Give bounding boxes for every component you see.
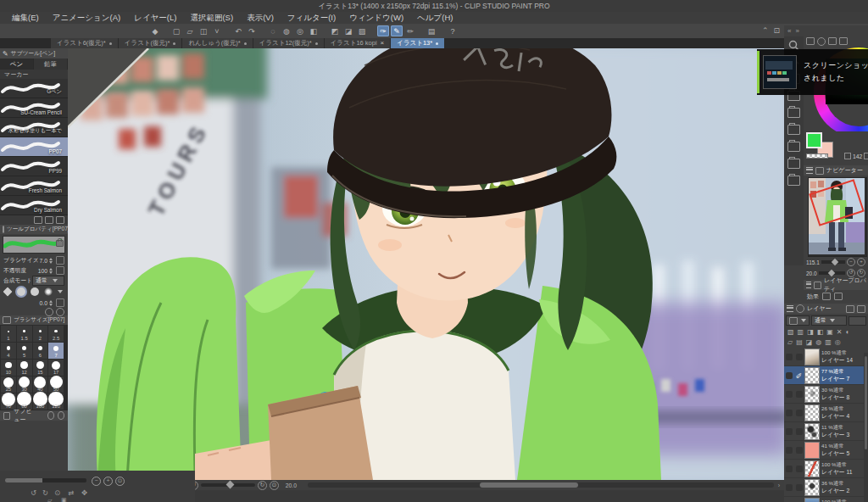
layer-filter-icon[interactable] bbox=[857, 305, 865, 313]
color-panel-icon[interactable] bbox=[787, 108, 800, 118]
scroll-right-arrow[interactable]: › bbox=[778, 482, 780, 488]
opacity-value[interactable]: 100 bbox=[38, 268, 47, 274]
toolbar-icon[interactable]: ◆ bbox=[149, 25, 161, 36]
layer-toolbar-icon[interactable]: ▥ bbox=[798, 328, 804, 337]
layer-toolbar-icon[interactable]: ▱ bbox=[787, 338, 793, 347]
color-register-icon[interactable] bbox=[864, 153, 868, 159]
layer-thumbnail[interactable] bbox=[804, 423, 820, 440]
menu-item[interactable]: ウィンドウ(W) bbox=[342, 12, 410, 24]
brush-size-cell[interactable]: 12 bbox=[17, 360, 32, 376]
brush-size-value[interactable]: 7.0 bbox=[40, 258, 47, 264]
main-color-swatch[interactable] bbox=[806, 132, 822, 148]
panel-menu-icon[interactable] bbox=[806, 167, 813, 174]
document-tab[interactable]: イラスト(復元)* × bbox=[119, 38, 182, 48]
color-wheel-tab-icon[interactable] bbox=[806, 37, 815, 45]
layer-row[interactable]: ✎ 41 %通常 レイヤー 5 bbox=[784, 441, 868, 460]
layer-lock-cell[interactable]: ✎ bbox=[794, 447, 804, 454]
subtool-panel-header[interactable]: ✎ サブツール[ペン] bbox=[0, 48, 68, 59]
reset-rotation-icon[interactable]: ⊙ bbox=[54, 488, 60, 497]
subview-nav-icon[interactable] bbox=[47, 411, 54, 420]
toolbar-icon[interactable]: ▤ bbox=[426, 25, 437, 36]
toolbar-icon[interactable]: ▢ bbox=[170, 25, 182, 36]
collapse-toolbar-icon[interactable]: ⌃ bbox=[762, 26, 769, 35]
layer-lock-cell[interactable]: ✎ bbox=[794, 410, 804, 416]
layer-row[interactable]: ✎ 100 %通常 レイヤー 11 bbox=[784, 460, 868, 478]
toolbar-icon[interactable]: ◫ bbox=[198, 25, 209, 36]
brush-size-cell[interactable]: 15 bbox=[33, 360, 48, 376]
layer-lock-cell[interactable]: ✎ bbox=[794, 371, 804, 380]
navigator-thumbnail[interactable] bbox=[808, 177, 867, 257]
navigator-panel-icon[interactable] bbox=[787, 142, 800, 152]
tip-medium-icon[interactable] bbox=[31, 287, 39, 296]
navigator-zoom-in-button[interactable]: + bbox=[857, 258, 865, 266]
toolbar-icon[interactable]: ◩ bbox=[329, 25, 341, 36]
brush-size-panel-header[interactable]: ブラシサイズ[PP07] bbox=[0, 315, 68, 325]
lock-icon[interactable] bbox=[56, 240, 64, 247]
navigator-rotation-slider[interactable] bbox=[819, 271, 845, 275]
layer-thumbnail[interactable] bbox=[804, 460, 820, 477]
toolbar-icon[interactable]: ↷ bbox=[246, 25, 258, 36]
dock-collapse-right-icon[interactable]: » bbox=[795, 27, 798, 35]
stabilization-value[interactable]: 0.0 bbox=[40, 300, 47, 306]
brush-item[interactable]: SU-Cream Pencil bbox=[0, 98, 68, 118]
flip-horizontal-icon[interactable]: ⇄ bbox=[68, 488, 74, 497]
toolbar-icon[interactable]: ▨ bbox=[356, 25, 368, 36]
dock-fit-button[interactable]: ⊙ bbox=[115, 477, 125, 486]
dock-collapse-left-icon[interactable]: « bbox=[787, 27, 791, 35]
brush-item[interactable]: Gペン bbox=[0, 79, 68, 98]
tool-property-header[interactable]: ツールプロパティ[PP07] bbox=[0, 225, 68, 234]
toolbar-icon[interactable]: ◍ bbox=[281, 25, 292, 36]
material-panel-icon[interactable] bbox=[787, 125, 800, 135]
document-tab[interactable]: イラスト16 kopi × bbox=[325, 38, 391, 48]
tip-hard-icon[interactable] bbox=[17, 287, 25, 296]
layer-row[interactable]: ✎ 30 %通常 レイヤー 8 bbox=[784, 385, 868, 404]
layer-visibility-cell[interactable] bbox=[784, 410, 794, 416]
panel-menu-icon[interactable] bbox=[806, 282, 811, 288]
toolbar-icon[interactable]: ↶ bbox=[232, 25, 244, 36]
layer-toolbar-icon[interactable]: ▣ bbox=[826, 328, 833, 337]
brush-size-cell[interactable]: 80 bbox=[17, 393, 32, 410]
subview-panel-tab[interactable]: サブビュー bbox=[0, 410, 68, 421]
brush-item[interactable]: PP07 bbox=[0, 137, 68, 157]
rotate-cw-button[interactable]: ↻ bbox=[258, 481, 267, 490]
layer-toolbar-icon[interactable]: ◎ bbox=[835, 338, 841, 347]
brush-size-dynamics-icon[interactable] bbox=[56, 256, 64, 265]
brush-item[interactable]: Fresh Salmon bbox=[0, 176, 68, 196]
reset-property-icon[interactable] bbox=[45, 308, 53, 316]
navigator-header[interactable]: ナビゲーター bbox=[804, 165, 868, 176]
layer-toolbar-icon[interactable]: ◍ bbox=[815, 338, 821, 347]
add-brush-icon[interactable] bbox=[34, 216, 42, 224]
toolbar-icon[interactable]: ◪ bbox=[342, 25, 354, 36]
menu-item[interactable]: アニメーション(A) bbox=[46, 12, 128, 24]
layer-row[interactable]: ✎ 100 %通常 レイヤー 14 bbox=[784, 348, 868, 366]
tip-diamond-icon[interactable] bbox=[3, 287, 12, 296]
color-circle-tab-icon[interactable] bbox=[817, 37, 826, 46]
screenshot-notification[interactable]: スクリーンショット されました bbox=[757, 49, 868, 95]
menu-item[interactable]: 表示(V) bbox=[240, 12, 281, 24]
blend-mode-dropdown[interactable]: 通常 bbox=[811, 315, 847, 326]
chevron-down-icon[interactable] bbox=[58, 290, 63, 293]
layer-row[interactable]: ✎ 77 %通常 レイヤー 7 bbox=[784, 366, 868, 385]
layer-lock-cell[interactable]: ✎ bbox=[794, 391, 804, 398]
layer-opacity-field[interactable] bbox=[849, 316, 866, 326]
tab-close-icon[interactable]: × bbox=[381, 40, 385, 47]
duplicate-brush-icon[interactable] bbox=[45, 216, 53, 224]
layers-header[interactable]: レイヤー bbox=[784, 304, 868, 314]
brush-item[interactable]: Dry Salmon bbox=[0, 196, 68, 215]
layer-toolbar-icon[interactable]: ◐ bbox=[846, 328, 850, 337]
subtool-tab-pencil[interactable]: 鉛筆 bbox=[34, 59, 68, 70]
reset-rotation-button[interactable]: ⊙ bbox=[270, 481, 279, 490]
brush-size-cell[interactable]: 70 bbox=[1, 393, 16, 410]
settings-icon[interactable]: ▣ bbox=[61, 496, 67, 502]
layer-row[interactable]: ✎ 11 %通常 レイヤー 3 bbox=[784, 422, 868, 441]
layer-visibility-cell[interactable] bbox=[784, 484, 794, 491]
opacity-dynamics-icon[interactable] bbox=[56, 266, 64, 275]
subtool-tab-pen[interactable]: ペン bbox=[0, 59, 34, 70]
brush-item[interactable]: PP99 bbox=[0, 157, 68, 176]
menu-item[interactable]: 編集(E) bbox=[5, 12, 46, 24]
toolbar-icon[interactable]: ✎ bbox=[391, 25, 403, 36]
layer-toolbar-icon[interactable]: ✕ bbox=[837, 328, 843, 337]
menu-item[interactable]: 選択範囲(S) bbox=[183, 12, 240, 24]
toolbar-icon[interactable]: ▱ bbox=[184, 25, 196, 36]
brush-size-cell[interactable]: 1.5 bbox=[17, 326, 32, 342]
